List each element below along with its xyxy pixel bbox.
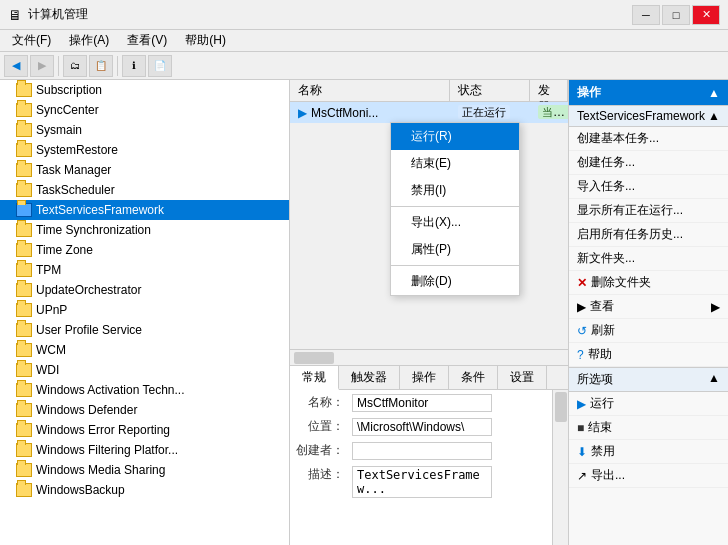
action-section-selected[interactable]: 所选项 ▲ (569, 367, 728, 392)
menu-action[interactable]: 操作(A) (61, 30, 117, 51)
action-run[interactable]: ▶ 运行 (569, 392, 728, 416)
action-refresh[interactable]: ↺ 刷新 (569, 319, 728, 343)
x-icon: ✕ (577, 276, 587, 290)
task-row[interactable]: ▶ MsCtfMoni... 正在运行 当任何用 (290, 102, 568, 124)
selected-section-collapse-icon: ▲ (708, 371, 720, 388)
section-collapse-icon: ▲ (708, 109, 720, 123)
folder-icon (16, 243, 32, 257)
tree-item-tpm[interactable]: TPM (0, 260, 289, 280)
forward-button[interactable]: ▶ (30, 55, 54, 77)
tree-item-winfiltering[interactable]: Windows Filtering Platfor... (0, 440, 289, 460)
toolbar-separator-2 (117, 56, 118, 76)
tree-item-winbackup[interactable]: WindowsBackup (0, 480, 289, 500)
task-list-hscrollbar[interactable] (290, 349, 568, 365)
action-help[interactable]: ? 帮助 (569, 343, 728, 367)
menu-help[interactable]: 帮助(H) (177, 30, 234, 51)
ctx-properties[interactable]: 属性(P) (391, 236, 519, 263)
location-input[interactable] (352, 418, 492, 436)
col-header-name[interactable]: 名称 (290, 80, 450, 101)
tree-item-winactivation[interactable]: Windows Activation Techn... (0, 380, 289, 400)
detail-left: 名称： 位置： 创建者： 描述： Text (290, 390, 552, 545)
detail-row-location: 位置： (294, 418, 548, 436)
folder-icon (16, 383, 32, 397)
author-input[interactable] (352, 442, 492, 460)
minimize-button[interactable]: ─ (632, 5, 660, 25)
action-create-task[interactable]: 创建任务... (569, 151, 728, 175)
center-right-area: 名称 状态 触发器 ▶ MsCtfMoni... 正在运行 (290, 80, 728, 545)
tree-item-windefender[interactable]: Windows Defender (0, 400, 289, 420)
folder-icon (16, 223, 32, 237)
tree-item-wdi[interactable]: WDI (0, 360, 289, 380)
tab-actions[interactable]: 操作 (400, 366, 449, 389)
ctx-run[interactable]: 运行(R) (391, 123, 519, 150)
tab-general[interactable]: 常规 (290, 366, 339, 390)
tree-item-winmedia[interactable]: Windows Media Sharing (0, 460, 289, 480)
tree-item-timesync[interactable]: Time Synchronization (0, 220, 289, 240)
folder-icon (16, 263, 32, 277)
action-import-task[interactable]: 导入任务... (569, 175, 728, 199)
detail-vscroll-thumb[interactable] (555, 392, 567, 422)
tree-item-upnp[interactable]: UPnP (0, 300, 289, 320)
maximize-button[interactable]: □ (662, 5, 690, 25)
action-enable-history[interactable]: 启用所有任务历史... (569, 223, 728, 247)
action-delete-folder[interactable]: ✕ 删除文件夹 (569, 271, 728, 295)
tree-item-timezone[interactable]: Time Zone (0, 240, 289, 260)
col-header-status[interactable]: 状态 (450, 80, 530, 101)
action-end[interactable]: ■ 结束 (569, 416, 728, 440)
tab-bar: 常规 触发器 操作 条件 设置 (290, 366, 568, 390)
tree-item-updateorch[interactable]: UpdateOrchestrator (0, 280, 289, 300)
ctx-delete[interactable]: 删除(D) (391, 268, 519, 295)
left-panel: Subscription SyncCenter Sysmain SystemRe… (0, 80, 290, 545)
tree-item-sysmain[interactable]: Sysmain (0, 120, 289, 140)
view-btn-2[interactable]: 📋 (89, 55, 113, 77)
back-button[interactable]: ◀ (4, 55, 28, 77)
view-arrow-icon: ▶ (577, 300, 586, 314)
tab-triggers[interactable]: 触发器 (339, 366, 400, 389)
action-show-running[interactable]: 显示所有正在运行... (569, 199, 728, 223)
end-icon: ■ (577, 421, 584, 435)
title-bar: 🖥 计算机管理 ─ □ ✕ (0, 0, 728, 30)
tree-item-winerrorreporting[interactable]: Windows Error Reporting (0, 420, 289, 440)
tree-item-userprofile[interactable]: User Profile Service (0, 320, 289, 340)
name-input[interactable] (352, 394, 492, 412)
ctx-separator-2 (391, 265, 519, 266)
tab-conditions[interactable]: 条件 (449, 366, 498, 389)
tree-item-wcm[interactable]: WCM (0, 340, 289, 360)
desc-textarea[interactable]: TextServicesFramew... (352, 466, 492, 498)
action-create-basic-task[interactable]: 创建基本任务... (569, 127, 728, 151)
action-header: 操作 ▲ (569, 80, 728, 105)
view-btn-1[interactable]: 🗂 (63, 55, 87, 77)
col-header-trigger[interactable]: 触发器 (530, 80, 568, 101)
ctx-disable[interactable]: 禁用(I) (391, 177, 519, 204)
detail-row-desc: 描述： TextServicesFramew... (294, 466, 548, 498)
ctx-export[interactable]: 导出(X)... (391, 209, 519, 236)
tree-item-taskscheduler[interactable]: TaskScheduler (0, 180, 289, 200)
tree-item-synccenter[interactable]: SyncCenter (0, 100, 289, 120)
tree-item-textservices[interactable]: TextServicesFramework (0, 200, 289, 220)
action-export[interactable]: ↗ 导出... (569, 464, 728, 488)
action-view[interactable]: ▶ 查看 ▶ (569, 295, 728, 319)
folder-icon (16, 103, 32, 117)
tab-settings[interactable]: 设置 (498, 366, 547, 389)
detail-content: 名称： 位置： 创建者： 描述： Text (290, 390, 568, 545)
detail-row-author: 创建者： (294, 442, 548, 460)
task-cell-name: ▶ MsCtfMoni... (290, 106, 450, 120)
close-button[interactable]: ✕ (692, 5, 720, 25)
action-header-arrow: ▲ (708, 86, 720, 100)
tree-item-subscription[interactable]: Subscription (0, 80, 289, 100)
menu-file[interactable]: 文件(F) (4, 30, 59, 51)
tree-item-taskmanager[interactable]: Task Manager (0, 160, 289, 180)
tree-item-systemrestore[interactable]: SystemRestore (0, 140, 289, 160)
task-cell-trigger: 当任何用 (530, 105, 568, 120)
menu-view[interactable]: 查看(V) (119, 30, 175, 51)
detail-vscrollbar[interactable] (552, 390, 568, 545)
hscroll-thumb[interactable] (294, 352, 334, 364)
ctx-end[interactable]: 结束(E) (391, 150, 519, 177)
action-disable[interactable]: ⬇ 禁用 (569, 440, 728, 464)
action-section-textservices[interactable]: TextServicesFramework ▲ (569, 105, 728, 127)
view-btn-4[interactable]: 📄 (148, 55, 172, 77)
bottom-panel: 常规 触发器 操作 条件 设置 名称： 位置： (290, 365, 568, 545)
folder-icon (16, 423, 32, 437)
view-btn-3[interactable]: ℹ (122, 55, 146, 77)
action-new-folder[interactable]: 新文件夹... (569, 247, 728, 271)
